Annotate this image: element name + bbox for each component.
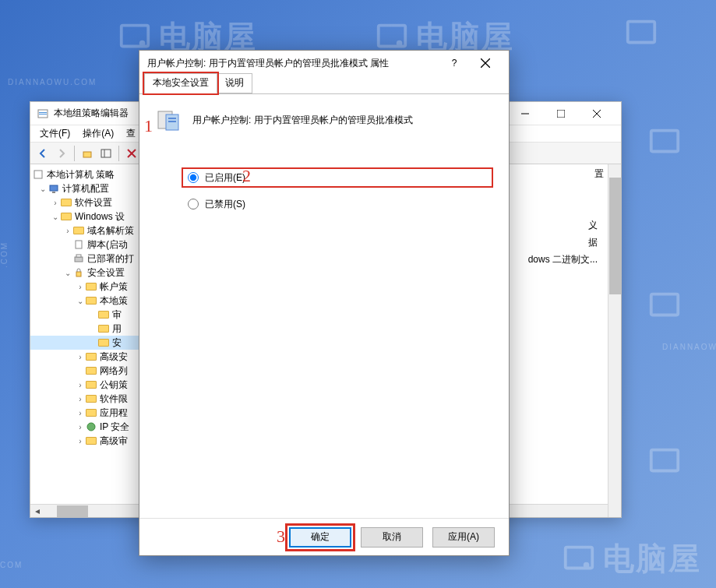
printer-icon — [72, 252, 85, 265]
tree-windows-settings[interactable]: ⌄ Windows 设 — [30, 209, 145, 224]
expand-icon[interactable]: › — [76, 423, 85, 431]
tab-local-security-settings[interactable]: 本地安全设置 — [144, 73, 217, 93]
svg-rect-2 — [379, 25, 406, 46]
collapse-icon[interactable]: ⌄ — [51, 213, 60, 221]
tree-advanced-security[interactable]: › 高级安 — [30, 350, 145, 364]
list-column-header[interactable]: 置 — [594, 167, 604, 181]
tree-scripts[interactable]: 脚本(启动 — [30, 238, 145, 252]
folder-icon — [61, 199, 72, 206]
show-hide-button[interactable] — [97, 145, 115, 162]
svg-rect-37 — [168, 118, 176, 119]
list-vertical-scrollbar[interactable] — [608, 164, 621, 517]
expand-icon[interactable]: › — [63, 227, 72, 235]
properties-dialog: 用户帐户控制: 用于内置管理员帐户的管理员批准模式 属性 ? 本地安全设置 说明… — [139, 50, 510, 556]
collapse-icon[interactable]: ⌄ — [38, 185, 48, 193]
gpedit-app-icon — [37, 107, 49, 120]
apply-button[interactable]: 应用(A) — [432, 527, 495, 548]
svg-rect-11 — [39, 112, 47, 113]
svg-rect-4 — [628, 22, 655, 43]
list-item[interactable]: dows 二进制文... — [528, 253, 598, 266]
expand-icon[interactable]: › — [76, 381, 85, 389]
folder-icon — [73, 227, 84, 234]
expand-icon[interactable]: › — [76, 437, 85, 445]
help-button[interactable]: ? — [439, 52, 470, 74]
gpedit-tree[interactable]: 本地计算机 策略 ⌄ 计算机配置 › 软件设置 ⌄ Windows 设 › 域名… — [30, 164, 146, 517]
svg-rect-17 — [83, 152, 91, 157]
radio-enabled-label: 已启用(E) — [205, 171, 245, 185]
tree-public-key[interactable]: › 公钥策 — [30, 378, 145, 392]
svg-rect-6 — [651, 294, 679, 315]
expand-icon[interactable]: › — [76, 283, 85, 291]
collapse-icon[interactable]: ⌄ — [63, 269, 72, 277]
tree-dns-policy[interactable]: › 域名解析策 — [30, 224, 145, 238]
folder-icon — [86, 297, 97, 305]
policy-name-label: 用户帐户控制: 用于内置管理员帐户的管理员批准模式 — [192, 114, 413, 127]
policy-icon — [32, 168, 44, 181]
svg-rect-38 — [168, 121, 176, 122]
dialog-titlebar[interactable]: 用户帐户控制: 用于内置管理员帐户的管理员批准模式 属性 ? — [139, 51, 509, 76]
tree-local-policies[interactable]: ⌄ 本地策 — [30, 294, 145, 308]
scroll-thumb[interactable] — [57, 505, 88, 517]
menu-file[interactable]: 文件(F) — [34, 125, 76, 142]
dialog-footer: 3 确定 取消 应用(A) — [139, 518, 509, 555]
tree-ip-security[interactable]: › IP 安全 — [30, 420, 145, 434]
tree-user-rights[interactable]: 用 — [30, 322, 145, 336]
tree-software-restriction[interactable]: › 软件限 — [30, 392, 145, 406]
forward-button[interactable] — [52, 145, 71, 162]
svg-rect-30 — [76, 255, 81, 257]
radio-enabled-input[interactable] — [188, 172, 199, 183]
list-item[interactable]: 据 — [588, 236, 598, 249]
svg-rect-0 — [122, 25, 149, 46]
folder-icon — [61, 213, 72, 220]
tree-horizontal-scrollbar[interactable]: ◂ — [30, 504, 146, 517]
expand-icon[interactable]: › — [76, 395, 85, 403]
tab-explain[interactable]: 说明 — [217, 73, 252, 93]
svg-rect-26 — [50, 185, 58, 191]
scroll-thumb[interactable] — [609, 178, 621, 294]
svg-point-32 — [87, 423, 95, 431]
tree-audit[interactable]: 审 — [30, 308, 145, 322]
dialog-title: 用户帐户控制: 用于内置管理员帐户的管理员批准模式 属性 — [147, 57, 439, 70]
collapse-icon[interactable]: ⌄ — [76, 297, 85, 305]
tree-network-list[interactable]: 网络列 — [30, 364, 145, 378]
tree-security-settings[interactable]: ⌄ 安全设置 — [30, 266, 145, 280]
up-button[interactable] — [78, 145, 97, 162]
svg-rect-25 — [34, 171, 42, 178]
back-button[interactable] — [34, 145, 52, 162]
folder-icon — [98, 325, 109, 333]
cancel-button[interactable]: 取消 — [361, 527, 423, 548]
maximize-button[interactable] — [543, 102, 579, 125]
svg-rect-8 — [566, 547, 593, 568]
dialog-close-button[interactable] — [470, 52, 501, 74]
list-item[interactable]: 义 — [588, 219, 598, 232]
forward-arrow-icon — [56, 148, 67, 159]
close-button[interactable] — [579, 102, 615, 125]
menu-action[interactable]: 操作(A) — [76, 125, 120, 142]
folder-icon — [86, 353, 97, 361]
radio-enabled[interactable]: 已启用(E) — [182, 167, 493, 188]
radio-disabled-label: 已禁用(S) — [205, 198, 245, 211]
svg-rect-28 — [76, 241, 82, 248]
radio-disabled-input[interactable] — [188, 199, 199, 209]
question-icon: ? — [452, 58, 457, 69]
tree-account-policies[interactable]: › 帐户策 — [30, 280, 145, 294]
tree-software-settings[interactable]: › 软件设置 — [30, 195, 145, 209]
svg-rect-7 — [651, 450, 679, 471]
svg-rect-27 — [52, 192, 55, 193]
tree-root[interactable]: 本地计算机 策略 — [30, 167, 145, 181]
tree-security-options[interactable]: 安 — [30, 336, 145, 350]
ok-button[interactable]: 确定 — [289, 527, 351, 548]
expand-icon[interactable]: › — [76, 409, 85, 417]
tree-deployed[interactable]: 已部署的打 — [30, 252, 145, 266]
tree-app-control[interactable]: › 应用程 — [30, 406, 145, 420]
radio-disabled[interactable]: 已禁用(S) — [182, 194, 493, 214]
expand-icon[interactable]: › — [76, 353, 85, 361]
folder-icon — [98, 339, 109, 347]
tree-advanced-audit[interactable]: › 高级审 — [30, 434, 145, 448]
minimize-button[interactable] — [507, 102, 543, 125]
expand-icon[interactable]: › — [51, 199, 60, 207]
tree-computer-config[interactable]: ⌄ 计算机配置 — [30, 181, 145, 195]
svg-rect-5 — [651, 131, 679, 152]
svg-rect-12 — [39, 114, 47, 114]
scroll-left-icon[interactable]: ◂ — [30, 505, 44, 518]
